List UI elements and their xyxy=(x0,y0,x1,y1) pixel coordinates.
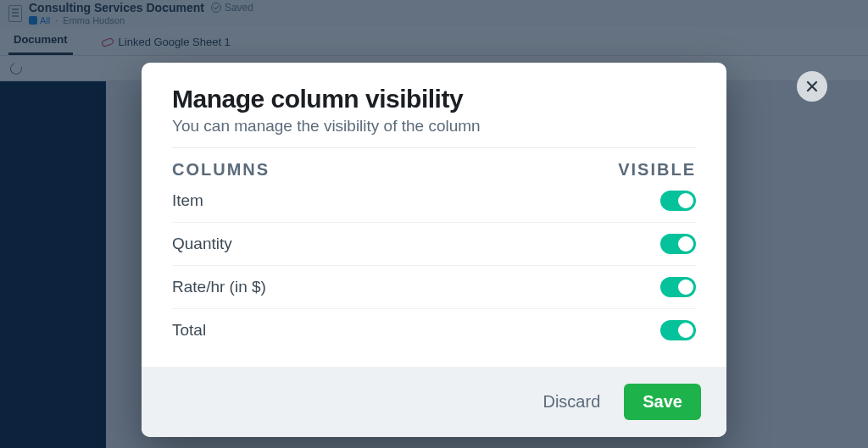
visibility-toggle-quantity[interactable] xyxy=(660,234,696,254)
columns-header: COLUMNS xyxy=(172,160,270,180)
visibility-toggle-total[interactable] xyxy=(660,320,696,340)
visibility-toggle-item[interactable] xyxy=(660,191,696,211)
visibility-toggle-rate[interactable] xyxy=(660,277,696,297)
column-row-total: Total xyxy=(172,309,696,351)
modal-footer: Discard Save xyxy=(142,367,726,437)
modal-title: Manage column visibility xyxy=(172,85,696,113)
save-button[interactable]: Save xyxy=(624,384,701,420)
close-button[interactable] xyxy=(797,71,827,102)
column-label: Item xyxy=(172,191,203,210)
column-label: Rate/hr (in $) xyxy=(172,278,266,296)
discard-button[interactable]: Discard xyxy=(542,392,600,412)
column-row-rate: Rate/hr (in $) xyxy=(172,266,696,309)
column-row-quantity: Quantity xyxy=(172,223,696,266)
manage-columns-modal: Manage column visibility You can manage … xyxy=(142,63,726,437)
column-label: Total xyxy=(172,321,206,340)
modal-subtitle: You can manage the visibility of the col… xyxy=(172,117,696,148)
close-icon xyxy=(805,80,819,93)
column-row-item: Item xyxy=(172,180,696,223)
visible-header: VISIBLE xyxy=(618,160,696,180)
column-label: Quantity xyxy=(172,235,232,253)
